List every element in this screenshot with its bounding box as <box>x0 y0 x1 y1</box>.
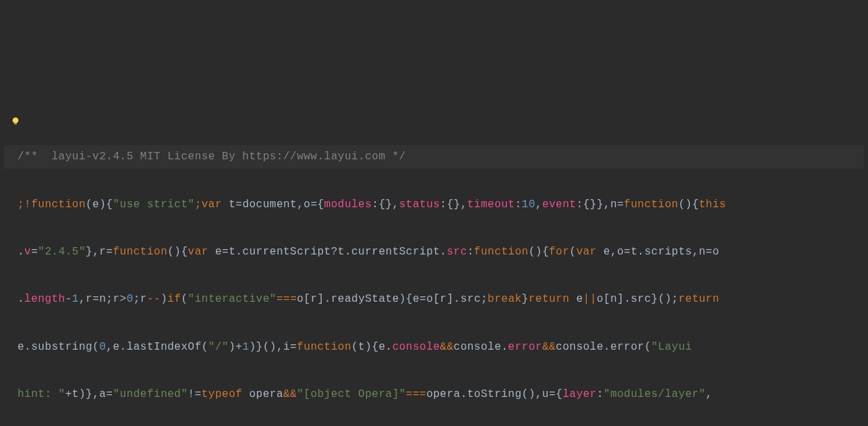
code-line: .length-1,r=n;r>0;r--)if("interactive"==… <box>4 288 864 311</box>
code-line: ;!function(e){"use strict";var t=documen… <box>4 193 864 217</box>
svg-rect-1 <box>14 123 17 125</box>
lightbulb-icon <box>11 117 20 126</box>
code-line: e.substring(0,e.lastIndexOf("/")+1)}(),i… <box>4 336 864 359</box>
code-editor[interactable]: /** layui-v2.4.5 MIT License By https://… <box>0 95 868 426</box>
svg-point-0 <box>13 117 19 124</box>
code-line: .v="2.4.5"},r=function(){var e=t.current… <box>4 240 864 264</box>
code-line: hint: "+t)},a="undefined"!=typeof opera&… <box>4 383 864 406</box>
comment-line: /** layui-v2.4.5 MIT License By https://… <box>4 145 864 169</box>
